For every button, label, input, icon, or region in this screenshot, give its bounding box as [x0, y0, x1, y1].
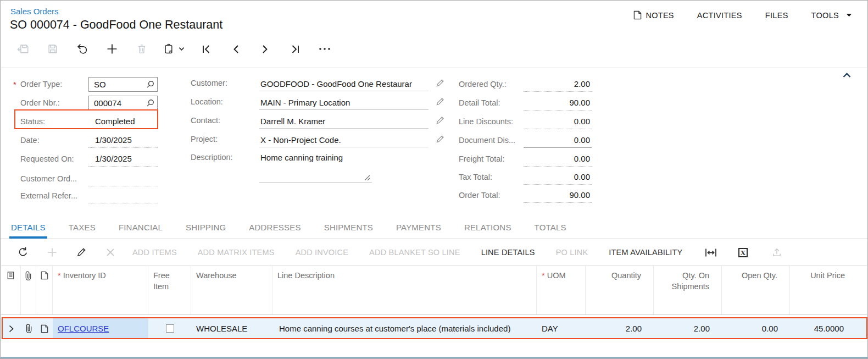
- project-value[interactable]: X - Non-Project Code.: [259, 132, 429, 147]
- cell-line-description[interactable]: Home canning courses at customer's place…: [272, 318, 537, 339]
- previous-record-icon[interactable]: [227, 40, 244, 58]
- notes-button[interactable]: NOTES: [633, 10, 674, 20]
- lookup-icon[interactable]: [146, 80, 154, 89]
- tab-addresses[interactable]: ADDRESSES: [249, 223, 301, 238]
- edit-pencil-icon[interactable]: [435, 78, 445, 88]
- tab-shipments[interactable]: SHIPMENTS: [324, 223, 373, 238]
- note-column-icon[interactable]: [36, 266, 53, 314]
- column-header-line-description[interactable]: Line Description: [272, 266, 537, 314]
- detail-total-value: 90.00: [524, 96, 592, 111]
- column-header-unit-price[interactable]: Unit Price: [790, 266, 867, 314]
- inventory-id-link[interactable]: OFLCOURSE: [58, 324, 109, 333]
- order-type-label: Order Type:: [20, 80, 62, 89]
- delete-icon[interactable]: [133, 40, 150, 58]
- order-nbr-label: Order Nbr.:: [20, 98, 88, 107]
- description-textarea[interactable]: Home canning training: [259, 151, 372, 183]
- add-invoice-button[interactable]: ADD INVOICE: [296, 248, 348, 257]
- table-row[interactable]: OFLCOURSE WHOLESALE Home canning courses…: [1, 318, 867, 339]
- external-reference-value[interactable]: [88, 189, 158, 203]
- lookup-icon[interactable]: [146, 99, 154, 107]
- field-order-total: Order Total: 90.00: [459, 187, 592, 203]
- tab-totals[interactable]: TOTALS: [535, 223, 566, 238]
- refresh-icon[interactable]: [16, 245, 30, 259]
- tools-menu-button[interactable]: TOOLS: [811, 11, 852, 20]
- row-paperclip-icon[interactable]: [21, 318, 36, 339]
- document-discounts-value[interactable]: 0.00: [524, 133, 592, 148]
- upload-icon[interactable]: [770, 245, 784, 259]
- cell-warehouse[interactable]: WHOLESALE: [191, 318, 272, 339]
- next-record-icon[interactable]: [257, 40, 274, 58]
- grid-settings-icon[interactable]: [1, 266, 21, 314]
- cell-quantity[interactable]: 2.00: [586, 318, 654, 339]
- edit-row-pencil-icon[interactable]: [74, 245, 88, 259]
- fit-width-icon[interactable]: [704, 245, 718, 259]
- item-availability-button[interactable]: ITEM AVAILABILITY: [609, 248, 682, 257]
- free-item-checkbox[interactable]: [166, 324, 174, 333]
- edit-pencil-icon[interactable]: [435, 97, 445, 107]
- first-record-icon[interactable]: [198, 40, 214, 58]
- save-and-close-icon[interactable]: [15, 40, 31, 58]
- column-header-free-item[interactable]: Free Item: [148, 266, 191, 314]
- document-discounts-label: Document Dis...: [459, 136, 524, 145]
- export-excel-icon[interactable]: X: [736, 245, 750, 259]
- cell-unit-price[interactable]: 45.0000: [790, 318, 867, 339]
- save-icon[interactable]: [44, 40, 61, 58]
- location-value[interactable]: MAIN - Primary Location: [259, 95, 429, 110]
- cell-qty-on-shipments[interactable]: 2.00: [654, 318, 722, 339]
- cell-uom[interactable]: DAY: [537, 318, 586, 339]
- po-link-button[interactable]: PO LINK: [556, 248, 588, 257]
- tab-shipping[interactable]: SHIPPING: [186, 223, 226, 238]
- tab-taxes[interactable]: TAXES: [69, 223, 96, 238]
- row-note-icon[interactable]: [36, 318, 53, 339]
- undo-icon[interactable]: [74, 40, 91, 58]
- add-blanket-so-line-button[interactable]: ADD BLANKET SO LINE: [369, 248, 460, 257]
- column-header-open-qty[interactable]: Open Qty.: [722, 266, 790, 314]
- activities-button[interactable]: ACTIVITIES: [697, 11, 742, 20]
- description-value: Home canning training: [260, 153, 343, 162]
- add-record-icon[interactable]: [104, 40, 120, 58]
- edit-pencil-icon[interactable]: [435, 134, 445, 144]
- tab-relations[interactable]: RELATIONS: [464, 223, 511, 238]
- column-header-quantity[interactable]: Quantity: [586, 266, 654, 314]
- order-nbr-input[interactable]: 000074: [88, 96, 158, 111]
- window-bottom-edge: [1, 357, 867, 358]
- last-record-icon[interactable]: [287, 40, 303, 58]
- breadcrumb[interactable]: Sales Orders: [10, 7, 59, 16]
- line-discounts-label: Line Discounts:: [459, 117, 524, 126]
- column-header-inventory-id[interactable]: *Inventory ID: [53, 266, 148, 314]
- add-matrix-items-button[interactable]: ADD MATRIX ITEMS: [198, 248, 275, 257]
- more-actions-icon[interactable]: [316, 40, 333, 58]
- files-button[interactable]: FILES: [765, 11, 788, 20]
- external-reference-label: External Refer...: [20, 191, 88, 200]
- customer-order-value[interactable]: [88, 172, 158, 186]
- add-items-button[interactable]: ADD ITEMS: [132, 248, 177, 257]
- project-label: Project:: [191, 132, 259, 143]
- tab-details[interactable]: DETAILS: [11, 223, 46, 238]
- detail-total-label: Detail Total:: [459, 98, 524, 107]
- column-header-uom[interactable]: *UOM: [537, 266, 586, 314]
- line-details-button[interactable]: LINE DETAILS: [481, 248, 535, 257]
- attachment-column-paperclip-icon[interactable]: [21, 266, 36, 314]
- cell-free-item[interactable]: [148, 318, 191, 339]
- resize-grip-icon[interactable]: [364, 175, 370, 181]
- contact-value[interactable]: Darrell M. Kramer: [259, 114, 429, 129]
- row-selector-chevron-icon[interactable]: [1, 318, 21, 339]
- cell-inventory-id[interactable]: OFLCOURSE: [53, 318, 148, 339]
- add-row-icon[interactable]: [45, 245, 59, 259]
- tab-payments[interactable]: PAYMENTS: [396, 223, 441, 238]
- edit-pencil-icon[interactable]: [435, 115, 445, 125]
- order-type-input[interactable]: SO: [88, 77, 158, 92]
- requested-on-value[interactable]: 1/30/2025: [88, 152, 158, 167]
- customer-value[interactable]: GOODFOOD - GoodFood One Restaurar: [259, 76, 429, 91]
- date-value[interactable]: 1/30/2025: [88, 133, 158, 148]
- field-status: Status: Completed: [20, 114, 158, 129]
- column-header-qty-on-shipments[interactable]: Qty. On Shipments: [654, 266, 722, 314]
- tab-financial[interactable]: FINANCIAL: [119, 223, 163, 238]
- collapse-summary-icon[interactable]: [843, 73, 851, 78]
- tools-label: TOOLS: [811, 11, 839, 20]
- field-external-reference: External Refer...: [20, 188, 158, 203]
- delete-row-x-icon[interactable]: [103, 245, 118, 259]
- column-header-warehouse[interactable]: Warehouse: [191, 266, 272, 314]
- copy-paste-menu[interactable]: [163, 43, 185, 55]
- cell-open-qty[interactable]: 0.00: [722, 318, 790, 339]
